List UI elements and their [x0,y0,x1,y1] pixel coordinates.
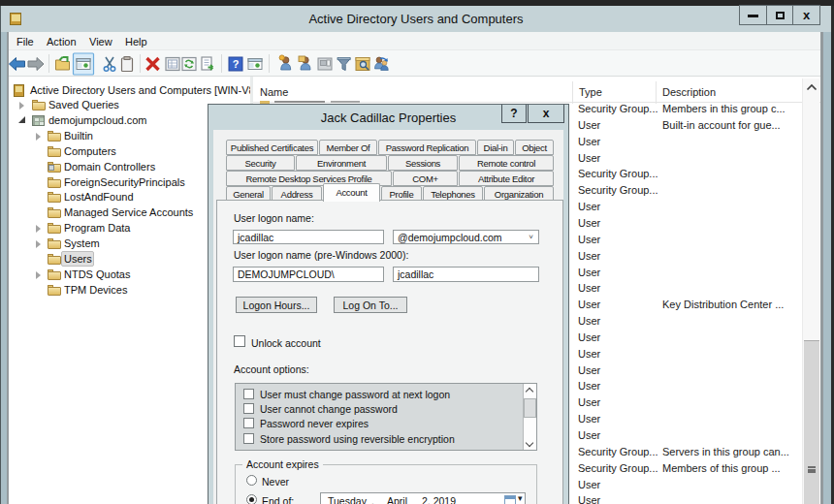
svg-text:?: ? [233,58,240,70]
